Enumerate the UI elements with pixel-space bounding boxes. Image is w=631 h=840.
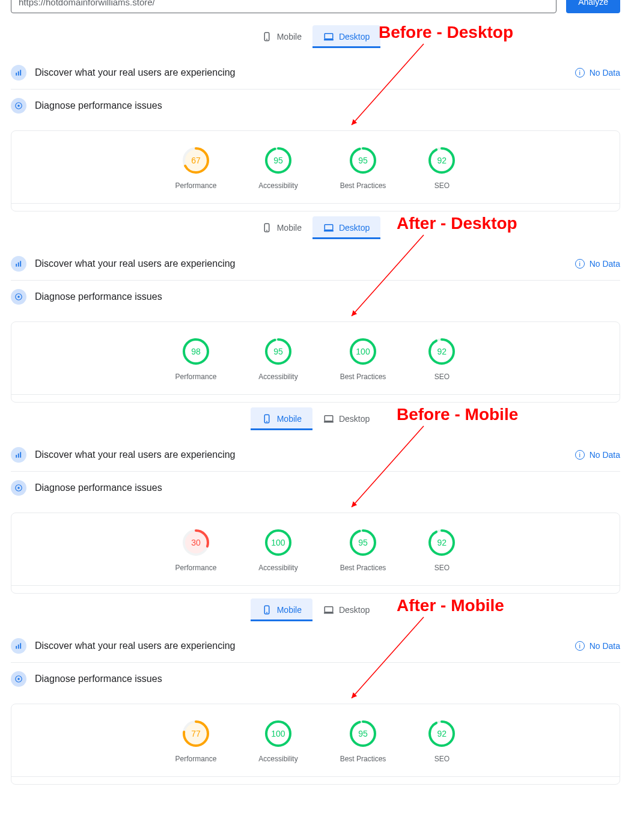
tab-mobile[interactable]: Mobile [251,25,312,48]
gauge-ring: 77 [182,720,210,747]
gauge-best-practices[interactable]: 95Best Practices [340,147,386,190]
no-data-text: No Data [590,259,620,269]
gauge-performance[interactable]: 77Performance [175,720,217,763]
svg-rect-23 [16,264,17,267]
svg-rect-38 [325,416,333,421]
gauge-label: Best Practices [340,564,386,572]
svg-rect-20 [325,225,333,230]
info-icon: i [575,641,585,651]
gauge-best-practices[interactable]: 95Best Practices [340,529,386,572]
svg-rect-60 [18,645,19,649]
gauge-card: 77Performance100Accessibility95Best Prac… [11,704,620,785]
gauge-value: 95 [349,147,377,174]
gauge-value: 95 [349,720,377,747]
url-input[interactable] [11,0,556,13]
users-icon [11,256,26,272]
target-icon [11,671,26,687]
svg-rect-24 [18,263,19,267]
gauge-value: 92 [428,338,456,365]
svg-rect-41 [16,455,17,458]
gauge-performance[interactable]: 67Performance [175,147,217,190]
svg-rect-61 [20,643,21,648]
mobile-icon [261,413,272,424]
gauge-accessibility[interactable]: 95Accessibility [258,147,297,190]
tab-desktop[interactable]: Desktop [312,407,380,430]
tab-mobile[interactable]: Mobile [251,407,312,430]
gauge-best-practices[interactable]: 100Best Practices [340,338,386,381]
gauge-accessibility[interactable]: 100Accessibility [258,720,297,763]
section-real-users[interactable]: Discover what your real users are experi… [11,56,620,90]
gauge-performance[interactable]: 98Performance [175,338,217,381]
gauge-value: 30 [182,529,210,556]
users-icon [11,638,26,654]
section-diagnose[interactable]: Diagnose performance issues [11,281,620,313]
tab-mobile-label: Mobile [277,605,302,615]
tab-desktop-label: Desktop [339,223,370,233]
gauge-label: SEO [434,373,450,381]
section-real-users[interactable]: Discover what your real users are experi… [11,439,620,472]
section-real-users[interactable]: Discover what your real users are experi… [11,248,620,281]
svg-rect-39 [324,422,333,423]
tab-mobile[interactable]: Mobile [251,216,312,239]
no-data-badge[interactable]: i No Data [575,259,620,269]
gauge-label: Performance [175,181,217,190]
svg-rect-3 [324,40,333,41]
gauge-ring: 95 [264,147,292,174]
gauge-best-practices[interactable]: 95Best Practices [340,720,386,763]
gauge-label: Accessibility [258,564,297,572]
gauge-ring: 92 [428,529,456,556]
svg-point-27 [17,296,20,298]
gauge-value: 92 [428,720,456,747]
tab-desktop-label: Desktop [339,414,370,424]
svg-rect-59 [16,646,17,649]
section-diagnose[interactable]: Diagnose performance issues [11,663,620,695]
device-tabs: Mobile Desktop [0,216,631,239]
section-diagnose[interactable]: Diagnose performance issues [11,472,620,504]
section-title: Diagnose performance issues [35,674,620,684]
gauge-value: 77 [182,720,210,747]
tab-mobile-label: Mobile [277,223,302,233]
gauge-label: SEO [434,755,450,763]
section-title: Discover what your real users are experi… [35,449,567,460]
users-icon [11,447,26,463]
tab-desktop[interactable]: Desktop [312,598,380,621]
svg-point-1 [266,39,267,40]
section-diagnose[interactable]: Diagnose performance issues [11,90,620,122]
gauge-accessibility[interactable]: 100Accessibility [258,529,297,572]
gauge-value: 100 [264,720,292,747]
section-title: Discover what your real users are experi… [35,258,567,269]
gauge-ring: 100 [349,338,377,365]
info-icon: i [575,68,585,78]
gauge-value: 95 [264,338,292,365]
gauge-label: Performance [175,564,217,572]
tab-desktop[interactable]: Desktop [312,25,380,48]
section-real-users[interactable]: Discover what your real users are experi… [11,630,620,663]
tab-mobile[interactable]: Mobile [251,598,312,621]
desktop-icon [323,222,334,233]
gauge-label: Accessibility [258,373,297,381]
gauge-performance[interactable]: 30Performance [175,529,217,572]
target-icon [11,98,26,114]
gauge-label: Best Practices [340,373,386,381]
gauge-seo[interactable]: 92SEO [428,147,456,190]
gauge-ring: 100 [264,529,292,556]
gauge-seo[interactable]: 92SEO [428,529,456,572]
gauge-card: 30Performance100Accessibility95Best Prac… [11,513,620,594]
no-data-badge[interactable]: i No Data [575,450,620,460]
gauge-value: 98 [182,338,210,365]
svg-rect-7 [20,70,21,75]
tab-desktop[interactable]: Desktop [312,216,380,239]
gauge-seo[interactable]: 92SEO [428,720,456,763]
gauge-card: 98Performance95Accessibility100Best Prac… [11,321,620,403]
desktop-icon [323,413,334,424]
no-data-badge[interactable]: i No Data [575,68,620,78]
target-icon [11,289,26,305]
no-data-badge[interactable]: i No Data [575,641,620,651]
section-title: Diagnose performance issues [35,291,620,302]
svg-point-37 [266,421,267,422]
gauge-accessibility[interactable]: 95Accessibility [258,338,297,381]
gauge-value: 95 [264,147,292,174]
gauge-seo[interactable]: 92SEO [428,338,456,381]
analyze-button[interactable]: Analyze [566,0,620,13]
svg-rect-43 [20,452,21,457]
